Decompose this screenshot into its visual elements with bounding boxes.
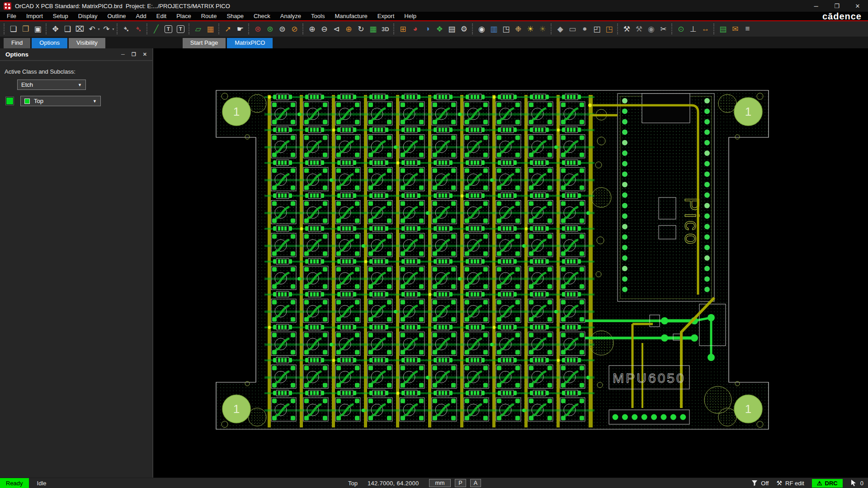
zoom-previous-icon[interactable]: ⊲ <box>330 23 343 35</box>
move-icon[interactable]: ✥ <box>49 23 61 35</box>
doc-tab-start-page[interactable]: Start Page <box>183 38 226 48</box>
class-dropdown[interactable]: Etch ▼ <box>17 80 86 90</box>
grid-toggle-icon[interactable]: ⊞ <box>397 23 409 35</box>
subclass-dropdown[interactable]: Top ▼ <box>20 96 101 106</box>
doc-tab-matrixpico[interactable]: MatrixPICO <box>227 38 273 48</box>
drc-label: DRC <box>825 480 838 487</box>
rats-all-icon[interactable]: ⊛ <box>252 23 264 35</box>
redo-icon[interactable]: ↷ <box>100 23 113 35</box>
close-button[interactable]: ✕ <box>847 0 868 12</box>
menu-analyze[interactable]: Analyze <box>275 13 306 19</box>
toolbar-separator <box>218 23 220 34</box>
menu-export[interactable]: Export <box>373 13 400 19</box>
color-dialog-icon[interactable]: ◕ <box>409 23 421 35</box>
layer-color-swatch <box>6 97 14 105</box>
drc-status-badge[interactable]: ⚠ DRC <box>812 479 843 488</box>
place-component-icon[interactable]: ▱ <box>192 23 204 35</box>
shape-circle-icon[interactable]: ● <box>579 23 591 35</box>
pin-icon[interactable]: ➴ <box>120 23 132 35</box>
zoom-out-icon[interactable]: ⊖ <box>318 23 330 35</box>
shape-polygon-icon[interactable]: ◆ <box>554 23 566 35</box>
undo-icon[interactable]: ↶ <box>86 23 98 35</box>
toolbar-separator <box>551 23 552 34</box>
properties-icon[interactable]: ≡ <box>741 23 754 35</box>
zoom-fit-icon[interactable]: ⊕ <box>343 23 355 35</box>
slide-icon[interactable]: ☛ <box>234 23 246 35</box>
measure-3d-icon[interactable]: ◳ <box>500 23 512 35</box>
save-design-icon[interactable]: ▣ <box>32 23 44 35</box>
place-module-icon[interactable]: ▦ <box>204 23 217 35</box>
menu-import[interactable]: Import <box>21 13 48 19</box>
menu-setup[interactable]: Setup <box>48 13 73 19</box>
filter-status[interactable]: Off <box>751 480 769 487</box>
menu-tools[interactable]: Tools <box>306 13 330 19</box>
measure-icon[interactable]: ⊥ <box>687 23 699 35</box>
menu-add[interactable]: Add <box>131 13 151 19</box>
menu-shape[interactable]: Shape <box>222 13 249 19</box>
design-canvas[interactable]: 1111PicoMPU6050 <box>153 48 868 478</box>
open-design-icon[interactable]: ❐ <box>19 23 32 35</box>
tab-options[interactable]: Options <box>32 38 67 48</box>
dropdown-caret-icon[interactable]: ▼ <box>97 28 100 31</box>
edit-text-icon[interactable]: T <box>175 23 187 35</box>
tab-visibility[interactable]: Visibility <box>69 38 105 48</box>
layer-priority-icon[interactable]: ▥ <box>488 23 500 35</box>
panel-float-icon[interactable]: ❐ <box>132 52 136 57</box>
edit-boundary-icon[interactable]: ◳ <box>603 23 615 35</box>
nc-route-icon[interactable]: ✂ <box>657 23 670 35</box>
export-report-icon[interactable]: ▤ <box>717 23 729 35</box>
zoom-selection-icon[interactable]: ⊙ <box>675 23 687 35</box>
pick-button[interactable]: P <box>455 479 466 487</box>
drill-customize-icon[interactable]: ⚒ <box>633 23 645 35</box>
etch-edit-icon[interactable]: ❖ <box>434 23 446 35</box>
select-shape-icon[interactable]: ◰ <box>591 23 603 35</box>
minimize-button[interactable]: ─ <box>806 0 826 12</box>
view-3d-icon[interactable]: 3D <box>379 23 392 35</box>
route-connect-icon[interactable]: ➚ <box>222 23 234 35</box>
angle-button[interactable]: A <box>470 479 481 487</box>
menu-place[interactable]: Place <box>171 13 196 19</box>
redraw-icon[interactable]: ↻ <box>355 23 367 35</box>
drill-legend-icon[interactable]: ⚒ <box>621 23 633 35</box>
swap-icon[interactable]: ⊘ <box>288 23 301 35</box>
menu-manufacture[interactable]: Manufacture <box>330 13 372 19</box>
rf-edit-status[interactable]: ⚒ RF edit <box>776 479 804 487</box>
dropdown-caret-icon[interactable]: ▼ <box>112 28 115 31</box>
toolbar-separator <box>189 23 190 34</box>
maximize-button[interactable]: ❐ <box>826 0 847 12</box>
menu-outline[interactable]: Outline <box>102 13 131 19</box>
reports-icon[interactable]: ▤ <box>446 23 458 35</box>
add-text-icon[interactable]: T <box>162 23 175 35</box>
import-changes-icon[interactable]: ✉ <box>729 23 741 35</box>
menu-check[interactable]: Check <box>249 13 275 19</box>
panel-close-icon[interactable]: ✕ <box>143 52 147 57</box>
add-line-icon[interactable]: ╱ <box>150 23 162 35</box>
shadow-mode-icon[interactable]: ◑ <box>421 23 434 35</box>
visibility-icon[interactable]: ◉ <box>476 23 488 35</box>
panel-minimize-icon[interactable]: ─ <box>121 52 125 57</box>
menu-help[interactable]: Help <box>399 13 421 19</box>
menu-file[interactable]: File <box>2 13 21 19</box>
shape-rect-icon[interactable]: ▭ <box>566 23 579 35</box>
parameters-icon[interactable]: ⚙ <box>458 23 470 35</box>
delete-icon[interactable]: ⌧ <box>74 23 86 35</box>
window-title: OrCAD X PCB Standard: MatrixPICO.brd Pro… <box>15 3 230 9</box>
highlight-icon[interactable]: ☀ <box>524 23 537 35</box>
artwork-icon[interactable]: ❉ <box>512 23 524 35</box>
dehighlight-icon[interactable]: ☀ <box>537 23 549 35</box>
menu-route[interactable]: Route <box>196 13 222 19</box>
copy-icon[interactable]: ❑ <box>61 23 74 35</box>
spacing-icon[interactable]: ↔ <box>699 23 712 35</box>
rats-net-icon[interactable]: ⊛ <box>264 23 276 35</box>
new-design-icon[interactable]: ❏ <box>7 23 19 35</box>
svg-text:1: 1 <box>233 105 240 118</box>
zoom-in-icon[interactable]: ⊕ <box>306 23 318 35</box>
menu-edit[interactable]: Edit <box>151 13 171 19</box>
unpin-icon[interactable]: ➴ <box>132 23 145 35</box>
units-button[interactable]: mm <box>429 479 451 487</box>
board-view-icon[interactable]: ▦ <box>367 23 379 35</box>
menu-display[interactable]: Display <box>73 13 103 19</box>
photoplot-icon[interactable]: ◉ <box>645 23 657 35</box>
unrats-all-icon[interactable]: ⊜ <box>276 23 288 35</box>
tab-find[interactable]: Find <box>4 38 30 48</box>
